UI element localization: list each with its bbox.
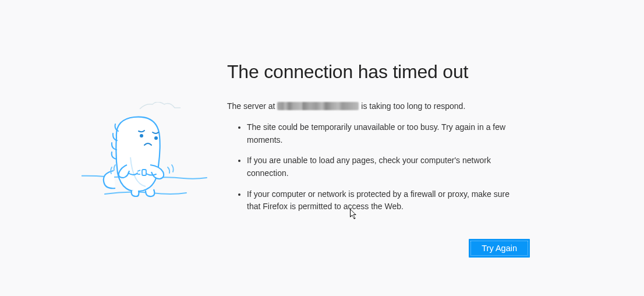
subtitle-prefix: The server at — [227, 101, 277, 111]
try-again-button[interactable]: Try Again — [469, 239, 530, 258]
sad-creature-illustration — [82, 61, 210, 258]
svg-point-1 — [154, 136, 158, 140]
error-page-container: The connection has timed out The server … — [0, 0, 644, 258]
error-content: The connection has timed out The server … — [210, 61, 536, 258]
error-title: The connection has timed out — [227, 61, 536, 83]
svg-rect-4 — [142, 170, 146, 175]
button-row: Try Again — [227, 239, 536, 258]
suggestion-item: If your computer or network is protected… — [247, 188, 515, 213]
subtitle-suffix: is taking too long to respond. — [359, 101, 465, 111]
suggestion-item: The site could be temporarily unavailabl… — [247, 121, 515, 146]
suggestion-item: If you are unable to load any pages, che… — [247, 154, 515, 179]
svg-point-0 — [140, 134, 143, 138]
redacted-server-name — [277, 102, 359, 110]
suggestion-list: The site could be temporarily unavailabl… — [227, 121, 536, 213]
error-subtitle: The server at is taking too long to resp… — [227, 101, 536, 111]
